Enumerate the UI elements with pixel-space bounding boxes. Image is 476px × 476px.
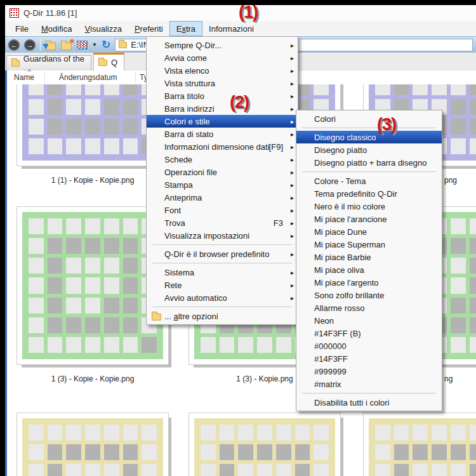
thumbnail-pixel xyxy=(413,464,428,476)
menu-item-avvia-come[interactable]: Avvia come▸ xyxy=(147,51,298,64)
menu-item-mi-piace-l-arancione[interactable]: Mi piace l'arancione xyxy=(296,213,442,225)
menu-item-mi-piace-superman[interactable]: Mi piace Superman xyxy=(296,238,442,251)
menubar-item-informazioni[interactable]: Informazioni xyxy=(202,21,260,36)
menu-item-mi-piace-oliva[interactable]: Mi piace oliva xyxy=(296,263,442,276)
column-header-name[interactable]: Name xyxy=(14,73,34,82)
menubar-item-file[interactable]: File xyxy=(9,21,35,36)
menu-item-label: Colori e stile xyxy=(164,117,288,126)
file-item[interactable] xyxy=(363,413,476,476)
menubar-item-extra[interactable]: Extra xyxy=(169,21,202,36)
column-separator[interactable] xyxy=(135,72,136,83)
label-part: isualizza xyxy=(90,24,122,34)
menu-item-q-dir-il-browser-predefinito[interactable]: Q-Dir è il browser predefinito▸ xyxy=(147,248,298,260)
menu-item-vista-struttura[interactable]: Vista struttura▸ xyxy=(147,77,298,89)
menu-item-colori-e-stile[interactable]: Colori e stile▸ xyxy=(147,115,298,128)
thumbnail-pixel xyxy=(451,298,466,314)
thumbnail-pixel xyxy=(238,444,253,460)
folder-up-button[interactable] xyxy=(45,41,56,50)
menu-item-sistema[interactable]: Sistema▸ xyxy=(147,266,298,279)
menu-item-barra-indirizzi[interactable]: Barra indirizzi▸ xyxy=(147,102,298,115)
menu-item-font[interactable]: Font▸ xyxy=(147,204,298,216)
new-folder-button[interactable]: ★ xyxy=(61,41,72,50)
thumbnail-pixel xyxy=(66,337,81,353)
column-separator[interactable] xyxy=(44,72,45,83)
menubar-item-preferiti[interactable]: Preferiti xyxy=(128,21,169,36)
menu-item-neon[interactable]: Neon xyxy=(296,314,442,327)
menu-item-colori[interactable]: Colori xyxy=(296,112,442,125)
submenu-arrow-icon: ▸ xyxy=(288,251,294,258)
menu-item-label: Colori xyxy=(314,114,432,124)
menu-item-trova[interactable]: TrovaF3▸ xyxy=(147,216,298,229)
thumbnail-pixel xyxy=(470,464,476,476)
menu-item-14f3ff[interactable]: #14F3FF xyxy=(296,352,442,365)
menu-item-allarme-rosso[interactable]: Allarme rosso xyxy=(296,301,442,314)
menu-item-schede[interactable]: Schede▸ xyxy=(147,153,298,166)
tab-q[interactable]: Q xyxy=(93,53,124,70)
menu-item-sono-zolfo-brillante[interactable]: Sono zolfo brillante xyxy=(296,289,442,301)
column-header-date[interactable]: Änderungsdatum xyxy=(59,73,117,82)
menu-item-14f3ff-b[interactable]: #14F3FF (B) xyxy=(296,327,442,340)
thumbnail-pixel xyxy=(142,425,157,440)
menu-item-tema-predefinito-q-dir[interactable]: Tema predefinito Q-Dir xyxy=(296,187,442,200)
menu-item-vista-elenco[interactable]: Vista elenco▸ xyxy=(147,64,298,77)
file-thumbnail[interactable] xyxy=(188,413,341,476)
annotation-3: (3) xyxy=(377,115,396,135)
menubar-item-visualizza[interactable]: Visualizza xyxy=(78,21,128,36)
menu-item-anteprima[interactable]: Anteprima▸ xyxy=(147,191,298,204)
thumbnail-pixel xyxy=(104,119,119,135)
thumbnail-pixel xyxy=(123,84,138,95)
tab-guardians[interactable]: Guardians of the ... xyxy=(6,55,91,70)
view-dropdown-button[interactable]: ▼ xyxy=(92,42,97,48)
thumbnail-pixel xyxy=(104,277,119,293)
menu-item-000000[interactable]: #000000 xyxy=(296,340,442,352)
file-thumbnail[interactable] xyxy=(363,413,476,476)
menu-item-altre-opzioni[interactable]: ... altre opzioni xyxy=(147,310,298,322)
refresh-button[interactable]: ↻ xyxy=(102,39,110,50)
submenu-arrow-icon: ▸ xyxy=(288,118,294,125)
menu-item-label: Colore - Tema xyxy=(314,176,432,186)
menu-item-colore-tema[interactable]: Colore - Tema xyxy=(296,175,442,187)
file-item[interactable] xyxy=(188,413,341,476)
menu-item-visualizza-impostazioni[interactable]: Visualizza impostazioni▸ xyxy=(147,229,298,242)
thumbnail-pixel xyxy=(85,258,100,274)
menu-item-disegno-classico[interactable]: Disegno classico xyxy=(296,131,442,143)
view-grid-button[interactable] xyxy=(77,41,88,50)
file-name[interactable]: 1 (3) - Kopie - Kopie.png xyxy=(17,374,169,383)
menu-item-stampa[interactable]: Stampa▸ xyxy=(147,178,298,191)
menu-item-mi-piace-l-argento[interactable]: Mi piace l'argento xyxy=(296,276,442,289)
label-part: File xyxy=(15,24,29,34)
thumbnail-pixel xyxy=(123,277,138,293)
menu-item-disegno-piatto[interactable]: Disegno piatto xyxy=(296,143,442,156)
label-part: tra xyxy=(186,24,195,34)
thumbnail-pixel xyxy=(413,425,428,440)
menu-item-matrix[interactable]: #matrix xyxy=(296,378,442,390)
menu-item-rete[interactable]: Rete▸ xyxy=(147,279,298,291)
annotation-1: (1) xyxy=(239,3,258,22)
active-pane-border xyxy=(5,70,7,476)
menu-item-informazioni-dimensione-dati[interactable]: Informazioni dimensione dati[F9]▸ xyxy=(147,140,298,153)
thumbnail-pixel xyxy=(85,84,100,95)
file-item[interactable] xyxy=(17,413,169,476)
menu-item-sempre-q-dir[interactable]: Sempre Q-Dir...▸ xyxy=(147,39,298,51)
menu-item-operazioni-file[interactable]: Operazioni file▸ xyxy=(147,166,298,178)
label-part: referiti xyxy=(140,24,163,34)
thumbnail-pixel xyxy=(66,425,81,440)
menu-item-label: Disabilita tutti i colori xyxy=(314,398,432,407)
menu-item-999999[interactable]: #999999 xyxy=(296,365,442,378)
menu-item-barra-titolo[interactable]: Barra titolo▸ xyxy=(147,89,298,102)
file-thumbnail[interactable] xyxy=(17,413,169,476)
forward-button[interactable]: → xyxy=(24,39,36,51)
menu-item-avvio-automatico[interactable]: Avvio automatico▸ xyxy=(147,291,298,304)
thumbnail-pixel xyxy=(48,258,63,274)
menu-item-barra-di-stato[interactable]: Barra di stato▸ xyxy=(147,128,298,140)
menu-item-nero-il-mio-colore[interactable]: Nero è il mio colore xyxy=(296,200,442,213)
menu-item-label: Neon xyxy=(314,316,432,326)
thumbnail-pixel xyxy=(394,425,409,440)
menu-item-shortcut: [F9] xyxy=(269,142,283,152)
menu-item-disabilita-tutti-i-colori[interactable]: Disabilita tutti i colori xyxy=(296,396,442,409)
menu-item-mi-piace-dune[interactable]: Mi piace Dune xyxy=(296,225,442,238)
menu-item-mi-piace-barbie[interactable]: Mi piace Barbie xyxy=(296,251,442,263)
menu-item-disegno-piatto-barra-disegno[interactable]: Disegno piatto + barra disegno xyxy=(296,156,442,169)
back-button[interactable]: ← xyxy=(8,39,20,51)
menubar-item-modifica[interactable]: Modifica xyxy=(35,21,78,36)
